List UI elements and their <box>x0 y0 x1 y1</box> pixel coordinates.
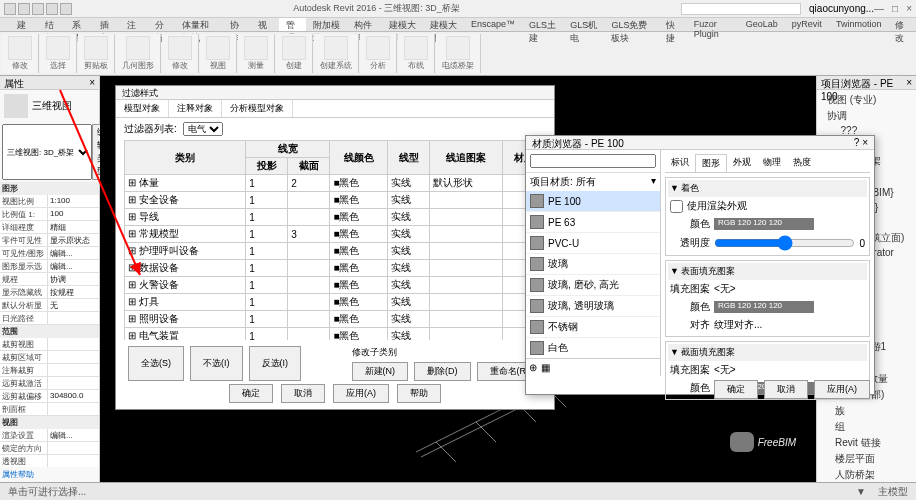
tree-item[interactable]: 人防桥架 <box>819 467 914 483</box>
ribbon-tab[interactable]: 视图 <box>251 18 279 31</box>
prop-row[interactable]: 注释裁剪 <box>0 364 99 377</box>
ribbon-tab[interactable]: 修改 <box>888 18 916 31</box>
ribbon-button[interactable] <box>84 36 108 60</box>
ribbon-button[interactable] <box>446 36 470 60</box>
prop-row[interactable]: 比例值 1:100 <box>0 208 99 221</box>
list-view-icon[interactable]: ▾ <box>651 175 656 189</box>
tree-item[interactable]: Revit 链接 <box>819 435 914 451</box>
prop-row[interactable]: 日光路径 <box>0 312 99 325</box>
dialog-button[interactable]: 确定 <box>714 380 758 399</box>
prop-row[interactable]: 裁剪区域可见 <box>0 351 99 364</box>
ribbon-tab[interactable]: 分析 <box>148 18 176 31</box>
ribbon-tab[interactable]: GLS机电 <box>563 18 604 31</box>
dialog-button[interactable]: 应用(A) <box>333 384 389 403</box>
ribbon-button[interactable] <box>126 36 150 60</box>
dialog-button[interactable]: 反选(I) <box>249 346 302 381</box>
category-row[interactable]: ⊞ 安全设备1■黑色实线 <box>125 192 546 209</box>
cut-pattern-picker[interactable]: <无> <box>714 363 736 377</box>
category-row[interactable]: ⊞ 导线1■黑色实线 <box>125 209 546 226</box>
ribbon-tab[interactable]: 插入 <box>93 18 121 31</box>
tree-item[interactable]: 视图 (专业) <box>819 92 914 108</box>
ribbon-button[interactable] <box>282 36 306 60</box>
material-filter-dropdown[interactable]: 项目材质: 所有 <box>530 175 596 189</box>
selection-filter-icon[interactable]: ▼ <box>856 486 866 497</box>
prop-row[interactable]: 规程协调 <box>0 273 99 286</box>
design-option-dropdown[interactable]: 主模型 <box>878 485 908 499</box>
surface-color-picker[interactable]: RGB 120 120 120 <box>714 301 814 313</box>
material-item[interactable]: 白色 <box>526 338 660 358</box>
ribbon-tab[interactable]: 管理 <box>279 18 307 31</box>
ribbon-tab[interactable]: Twinmotion <box>829 18 889 31</box>
redo-icon[interactable] <box>46 3 58 15</box>
dialog-tab[interactable]: 注释对象 <box>169 100 222 117</box>
category-row[interactable]: ⊞ 数据设备1■黑色实线 <box>125 260 546 277</box>
ribbon-tab[interactable]: 构件均 <box>347 18 381 31</box>
dialog-button[interactable]: 确定 <box>229 384 273 403</box>
material-item[interactable]: 玻璃, 磨砂, 高光 <box>526 275 660 296</box>
dialog-button[interactable]: 新建(N) <box>352 362 409 381</box>
prop-row[interactable]: 显示隐藏线按规程 <box>0 286 99 299</box>
material-item[interactable]: 不锈钢 <box>526 317 660 338</box>
add-material-icon[interactable]: ⊕ <box>529 362 537 373</box>
dialog-button[interactable]: 应用(A) <box>814 380 870 399</box>
help-search-input[interactable] <box>681 3 801 15</box>
material-tab[interactable]: 图形 <box>695 154 727 172</box>
ribbon-tab[interactable]: 附加模块 <box>306 18 347 31</box>
ribbon-tab[interactable]: 建模大师 <box>423 18 464 31</box>
material-tab[interactable]: 热度 <box>787 154 817 172</box>
material-tab[interactable]: 外观 <box>727 154 757 172</box>
dialog-button[interactable]: 删除(D) <box>414 362 471 381</box>
ribbon-button[interactable] <box>168 36 192 60</box>
minimize-icon[interactable]: — <box>874 3 884 14</box>
prop-section-header[interactable]: 视图 <box>0 416 99 429</box>
ribbon-tab[interactable]: Enscape™ <box>464 18 522 31</box>
category-row[interactable]: ⊞ 火警设备1■黑色实线 <box>125 277 546 294</box>
dialog-button[interactable]: 取消 <box>764 380 808 399</box>
dialog-button[interactable]: 全选(S) <box>128 346 184 381</box>
material-item[interactable]: PE 63 <box>526 212 660 233</box>
user-name[interactable]: qiaocunyong... <box>809 3 874 14</box>
prop-row[interactable]: 裁剪视图 <box>0 338 99 351</box>
ribbon-button[interactable] <box>206 36 230 60</box>
transparency-slider[interactable] <box>714 235 855 251</box>
revit-logo-icon[interactable] <box>4 3 16 15</box>
print-icon[interactable] <box>60 3 72 15</box>
library-icon[interactable]: ▦ <box>541 362 550 373</box>
prop-row[interactable]: 渲染设置编辑... <box>0 429 99 442</box>
help-icon[interactable]: ? <box>854 137 860 148</box>
dialog-tab[interactable]: 分析模型对象 <box>222 100 293 117</box>
prop-row[interactable]: 锁定的方向 <box>0 442 99 455</box>
close-icon[interactable]: × <box>906 77 912 88</box>
category-row[interactable]: ⊞ 灯具1■黑色实线 <box>125 294 546 311</box>
ribbon-tab[interactable]: pyRevit <box>785 18 829 31</box>
material-item[interactable]: 玻璃, 透明玻璃 <box>526 296 660 317</box>
ribbon-tab[interactable]: 体量和场地 <box>175 18 223 31</box>
ribbon-button[interactable] <box>8 36 32 60</box>
prop-row[interactable]: 远剪裁激活 <box>0 377 99 390</box>
material-search-input[interactable] <box>530 154 656 168</box>
surface-pattern-section[interactable]: ▼ 表面填充图案 <box>668 263 867 280</box>
texture-alignment-button[interactable]: 纹理对齐... <box>714 318 762 332</box>
ribbon-tab[interactable]: 协作 <box>223 18 251 31</box>
ribbon-tab[interactable]: Fuzor Plugin <box>687 18 739 31</box>
undo-icon[interactable] <box>32 3 44 15</box>
shading-section[interactable]: ▼ 着色 <box>668 180 867 197</box>
material-item[interactable]: PVC-U <box>526 233 660 254</box>
ribbon-tab[interactable]: 建模大师 <box>382 18 423 31</box>
close-icon[interactable]: × <box>862 137 868 148</box>
use-render-appearance-checkbox[interactable] <box>670 200 683 213</box>
cut-pattern-section[interactable]: ▼ 截面填充图案 <box>668 344 867 361</box>
ribbon-tab[interactable]: 注释 <box>120 18 148 31</box>
prop-row[interactable]: 可见性/图形替换编辑... <box>0 247 99 260</box>
filter-list-select[interactable]: 电气 <box>183 122 223 136</box>
prop-row[interactable]: 视图比例1:100 <box>0 195 99 208</box>
ribbon-tab[interactable]: GLS土建 <box>522 18 563 31</box>
shading-color-picker[interactable]: RGB 120 120 120 <box>714 218 814 230</box>
dialog-button[interactable]: 帮助 <box>397 384 441 403</box>
save-icon[interactable] <box>18 3 30 15</box>
categories-table[interactable]: 类别 线宽 线颜色 线型 线追图案 材质 投影 截面 ⊞ 体量12■黑色实线默认… <box>124 140 546 340</box>
ribbon-button[interactable] <box>324 36 348 60</box>
tree-item[interactable]: 族 <box>819 403 914 419</box>
material-item[interactable]: 玻璃 <box>526 254 660 275</box>
prop-row[interactable]: 剖面框 <box>0 403 99 416</box>
